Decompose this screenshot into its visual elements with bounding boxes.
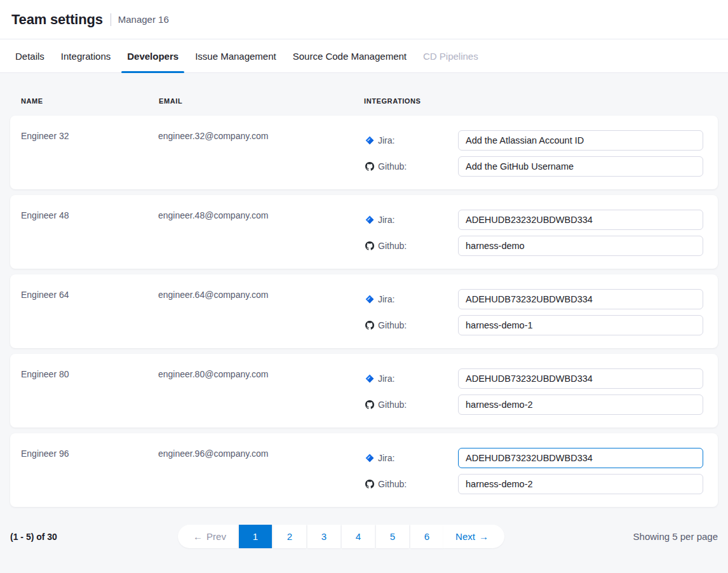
page-button-1[interactable]: 2 (273, 525, 306, 548)
engineer-name: Engineer 80 (21, 354, 158, 428)
github-integration-row: Github: (364, 156, 703, 177)
title-divider (111, 13, 111, 26)
page-button-5[interactable]: 6 (410, 525, 443, 548)
jira-integration-row: Jira: (364, 289, 703, 309)
engineer-email: engineer.96@company.com (158, 433, 364, 507)
tab-0[interactable]: Details (10, 39, 50, 72)
jira-integration-row: Jira: (364, 448, 703, 468)
pagination-range-text: (1 - 5) of 30 (10, 532, 201, 542)
tabbar: Details Integrations Developers Issue Ma… (0, 39, 728, 73)
jira-icon (365, 215, 374, 224)
engineer-name: Engineer 64 (21, 274, 158, 348)
tab-2[interactable]: Developers (121, 39, 184, 72)
github-label-group: Github: (364, 161, 458, 172)
github-integration-row: Github: (364, 474, 703, 494)
team-name-subtitle: Manager 16 (118, 14, 169, 25)
jira-label-group: Jira: (364, 374, 458, 384)
jira-account-id-input[interactable] (458, 210, 703, 230)
jira-label-group: Jira: (364, 294, 458, 304)
integrations-cell: Jira: Github: (364, 274, 703, 348)
jira-account-id-input[interactable] (458, 130, 703, 151)
pagination-bar: (1 - 5) of 30 ← Prev 1 2 3 4 5 6 Next → … (10, 525, 718, 548)
jira-icon (365, 136, 374, 145)
github-icon (365, 241, 374, 250)
prev-label: Prev (206, 531, 226, 542)
github-label-group: Github: (364, 320, 458, 330)
engineer-name: Engineer 32 (21, 116, 158, 189)
github-label: Github: (378, 161, 407, 172)
jira-label: Jira: (378, 135, 394, 145)
tab-5[interactable]: CD Pipelines (417, 39, 484, 72)
tab-3[interactable]: Issue Management (189, 39, 282, 72)
page-button-4[interactable]: 5 (376, 525, 409, 548)
arrow-right-icon: → (479, 531, 489, 542)
github-integration-row: Github: (364, 394, 703, 415)
jira-label: Jira: (378, 453, 394, 463)
engineer-email: engineer.48@company.com (158, 195, 364, 269)
column-header-integrations: INTEGRATIONS (364, 97, 718, 116)
jira-label-group: Jira: (364, 135, 458, 145)
pager: ← Prev 1 2 3 4 5 6 Next → (178, 525, 504, 548)
jira-account-id-input[interactable] (458, 448, 703, 468)
github-label: Github: (378, 320, 407, 330)
page-button-2[interactable]: 3 (307, 525, 340, 548)
github-icon (365, 400, 374, 409)
github-integration-row: Github: (364, 236, 703, 256)
arrow-left-icon: ← (193, 531, 203, 542)
jira-label-group: Jira: (364, 215, 458, 225)
page-title: Team settings (11, 11, 103, 28)
table-header-row: NAME EMAIL INTEGRATIONS (10, 73, 718, 116)
next-label: Next (455, 531, 475, 542)
jira-account-id-input[interactable] (458, 368, 703, 389)
table-row: Engineer 64 engineer.64@company.com (10, 274, 718, 348)
github-username-input[interactable] (458, 394, 703, 415)
integrations-cell: Jira: Github: (364, 195, 703, 269)
column-header-name: NAME (21, 97, 159, 116)
github-username-input[interactable] (458, 156, 703, 177)
table-row: Engineer 32 engineer.32@company.com (10, 116, 718, 189)
github-icon (365, 480, 374, 489)
jira-label: Jira: (378, 294, 394, 304)
github-icon (365, 162, 374, 171)
engineer-email: engineer.64@company.com (158, 274, 364, 348)
page-header: Team settings Manager 16 (0, 0, 728, 39)
github-username-input[interactable] (458, 474, 703, 494)
github-label-group: Github: (364, 400, 458, 410)
tab-4[interactable]: Source Code Management (287, 39, 412, 72)
jira-icon (365, 454, 374, 462)
column-header-email: EMAIL (159, 97, 364, 116)
engineer-email: engineer.32@company.com (158, 116, 364, 189)
tab-1[interactable]: Integrations (55, 39, 116, 72)
github-label: Github: (378, 400, 407, 410)
jira-icon (365, 295, 374, 304)
page-button-0[interactable]: 1 (239, 525, 272, 548)
jira-integration-row: Jira: (364, 210, 703, 230)
github-icon (365, 321, 374, 330)
page-button-3[interactable]: 4 (342, 525, 375, 548)
github-label-group: Github: (364, 479, 458, 489)
github-integration-row: Github: (364, 315, 703, 335)
github-username-input[interactable] (458, 236, 703, 256)
next-page-button[interactable]: Next → (443, 525, 504, 548)
table-row: Engineer 48 engineer.48@company.com (10, 195, 718, 269)
jira-account-id-input[interactable] (458, 289, 703, 309)
per-page-text: Showing 5 per page (633, 531, 718, 542)
prev-page-button[interactable]: ← Prev (178, 525, 238, 548)
jira-icon (365, 374, 374, 383)
engineer-email: engineer.80@company.com (158, 354, 364, 428)
jira-label: Jira: (378, 215, 394, 225)
github-label: Github: (378, 241, 407, 251)
table-row: Engineer 80 engineer.80@company.com (10, 354, 718, 428)
integrations-cell: Jira: Github: (364, 433, 703, 507)
engineer-name: Engineer 96 (21, 433, 158, 507)
engineer-name: Engineer 48 (21, 195, 158, 269)
github-username-input[interactable] (458, 315, 703, 335)
jira-integration-row: Jira: (364, 130, 703, 151)
github-label: Github: (378, 479, 407, 489)
integrations-cell: Jira: Github: (364, 354, 703, 428)
github-label-group: Github: (364, 241, 458, 251)
jira-label: Jira: (378, 374, 394, 384)
table-row: Engineer 96 engineer.96@company.com (10, 433, 718, 507)
integrations-cell: Jira: Github: (364, 116, 703, 189)
developers-table: NAME EMAIL INTEGRATIONS Engineer 32 engi… (0, 73, 728, 573)
